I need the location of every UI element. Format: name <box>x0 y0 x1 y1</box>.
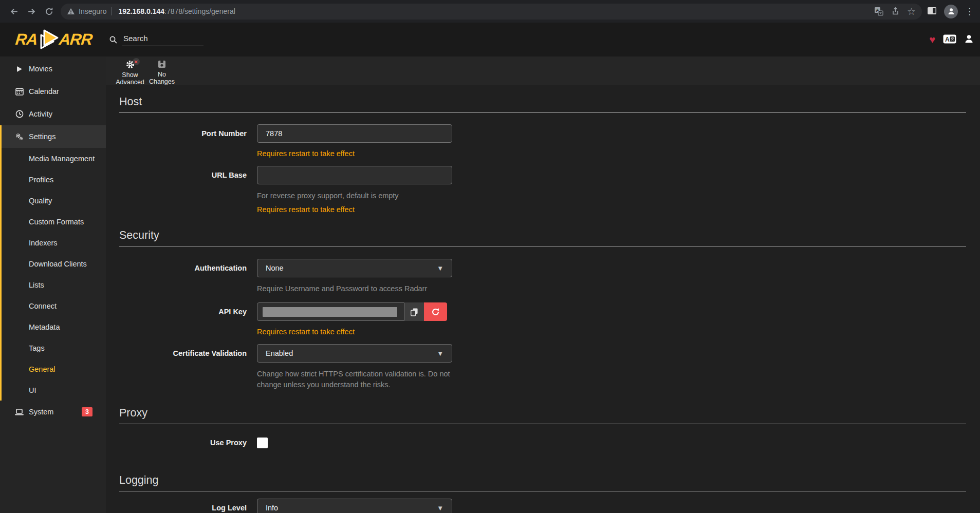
port-number-label: Port Number <box>119 124 247 158</box>
certificate-validation-help: Change how strict HTTPS certification va… <box>257 369 460 390</box>
section-title-host: Host <box>119 96 966 113</box>
url-base-restart-warning: Requires restart to take effect <box>257 205 452 214</box>
sidebar-item-settings[interactable]: Settings <box>2 125 106 148</box>
certificate-validation-row: Certificate Validation Enabled ▼ Change … <box>119 344 966 390</box>
use-proxy-label: Use Proxy <box>119 438 247 448</box>
share-icon[interactable] <box>891 7 900 16</box>
clipboard-copy-icon <box>410 308 418 316</box>
calendar-icon <box>15 87 24 96</box>
search-input[interactable] <box>122 33 204 46</box>
sidebar-item-media-management[interactable]: Media Management <box>2 148 106 169</box>
page-toolbar: ✕ ShowAdvanced NoChanges <box>106 56 980 85</box>
sidebar-item-profiles[interactable]: Profiles <box>2 169 106 190</box>
api-key-restart-warning: Requires restart to take effect <box>257 328 447 336</box>
section-title-security: Security <box>119 229 966 246</box>
api-key-redacted-value <box>263 307 397 317</box>
sidebar-item-metadata[interactable]: Metadata <box>2 316 106 337</box>
sidebar-item-movies[interactable]: Movies <box>0 58 106 80</box>
port-number-input[interactable] <box>257 124 452 143</box>
api-key-label: API Key <box>119 302 247 336</box>
sidebar-item-custom-formats[interactable]: Custom Formats <box>2 211 106 232</box>
authentication-help: Require Username and Password to access … <box>257 283 452 294</box>
translate-icon[interactable]: A <box>874 7 883 16</box>
browser-profile-avatar[interactable] <box>944 5 958 18</box>
chevron-down-icon: ▼ <box>437 264 443 272</box>
refresh-icon <box>431 308 440 316</box>
back-icon[interactable] <box>5 3 23 20</box>
sidebar: Movies Calendar Activity Settings Media … <box>0 56 106 513</box>
sidebar-item-activity[interactable]: Activity <box>0 103 106 125</box>
sidebar-item-general[interactable]: General <box>2 358 106 379</box>
port-number-row: Port Number Requires restart to take eff… <box>119 124 966 158</box>
log-level-row: Log Level Info ▼ <box>119 499 966 513</box>
sidebar-item-download-clients[interactable]: Download Clients <box>2 253 106 274</box>
use-proxy-checkbox[interactable] <box>257 438 268 448</box>
show-advanced-button[interactable]: ✕ ShowAdvanced <box>114 56 146 85</box>
translate-page-icon[interactable]: A <box>943 34 956 45</box>
donate-heart-icon[interactable]: ♥ <box>929 34 935 45</box>
url-base-help: For reverse proxy support, default is em… <box>257 191 452 201</box>
api-key-input[interactable] <box>257 302 404 321</box>
sidebar-item-ui[interactable]: UI <box>2 379 106 401</box>
port-restart-warning: Requires restart to take effect <box>257 149 452 158</box>
security-label[interactable]: Inseguro <box>79 7 106 15</box>
url-base-input[interactable] <box>257 166 452 184</box>
sidebar-item-quality[interactable]: Quality <box>2 190 106 211</box>
url-text[interactable]: 192.168.0.144:7878/settings/general <box>118 7 235 15</box>
forward-icon[interactable] <box>23 3 40 20</box>
laptop-icon <box>15 408 24 416</box>
user-icon[interactable] <box>964 34 974 45</box>
gears-icon <box>15 132 24 141</box>
svg-text:A: A <box>945 35 950 43</box>
settings-general-page: Host Port Number Requires restart to tak… <box>106 96 980 513</box>
omnibox-divider <box>112 7 112 15</box>
logo-text-right: ARR <box>58 30 93 49</box>
url-base-row: URL Base For reverse proxy support, defa… <box>119 166 966 214</box>
search-icon <box>109 35 118 44</box>
copy-api-key-button[interactable] <box>404 302 424 321</box>
section-title-logging: Logging <box>119 474 966 491</box>
system-count-badge: 3 <box>82 407 93 416</box>
sidebar-item-connect[interactable]: Connect <box>2 295 106 316</box>
url-base-label: URL Base <box>119 166 247 214</box>
section-title-proxy: Proxy <box>119 407 966 424</box>
sidebar-item-calendar[interactable]: Calendar <box>0 80 106 103</box>
log-level-select[interactable]: Info ▼ <box>257 499 452 513</box>
radarr-logo[interactable]: RA ARR <box>15 28 92 51</box>
logo-text-left: RA <box>14 30 39 49</box>
browser-chrome: Inseguro 192.168.0.144:7878/settings/gen… <box>0 0 980 23</box>
sidebar-item-system[interactable]: System 3 <box>0 401 106 423</box>
clock-icon <box>15 110 24 118</box>
api-key-row: API Key Requires restart to take eff <box>119 302 966 336</box>
authentication-row: Authentication None ▼ Require Username a… <box>119 259 966 294</box>
play-icon <box>15 66 24 72</box>
chevron-down-icon: ▼ <box>437 350 443 357</box>
authentication-label: Authentication <box>119 259 247 294</box>
reload-icon[interactable] <box>40 3 58 20</box>
search-bar <box>109 33 204 46</box>
sidebar-item-indexers[interactable]: Indexers <box>2 232 106 253</box>
save-floppy-icon <box>157 60 167 70</box>
regenerate-api-key-button[interactable] <box>424 302 447 321</box>
logo-play-icon <box>36 28 61 51</box>
certificate-validation-select[interactable]: Enabled ▼ <box>257 344 452 363</box>
bookmark-star-icon[interactable]: ☆ <box>907 7 916 16</box>
address-bar[interactable]: Inseguro 192.168.0.144:7878/settings/gen… <box>61 4 922 20</box>
app-header: RA ARR ♥ A <box>0 23 980 56</box>
sidebar-item-tags[interactable]: Tags <box>2 337 106 358</box>
side-panel-icon[interactable] <box>927 7 937 16</box>
use-proxy-row: Use Proxy <box>119 438 966 448</box>
not-secure-warning-icon <box>67 7 75 15</box>
log-level-label: Log Level <box>119 499 247 513</box>
authentication-select[interactable]: None ▼ <box>257 259 452 277</box>
advanced-hidden-x-icon: ✕ <box>133 58 140 65</box>
chevron-down-icon: ▼ <box>437 504 443 512</box>
sidebar-item-lists[interactable]: Lists <box>2 274 106 295</box>
sidebar-settings-group: Settings Media Management Profiles Quali… <box>0 125 106 401</box>
no-changes-save-button[interactable]: NoChanges <box>146 56 178 85</box>
browser-menu-icon[interactable]: ⋮ <box>965 6 974 17</box>
certificate-validation-label: Certificate Validation <box>119 344 247 390</box>
